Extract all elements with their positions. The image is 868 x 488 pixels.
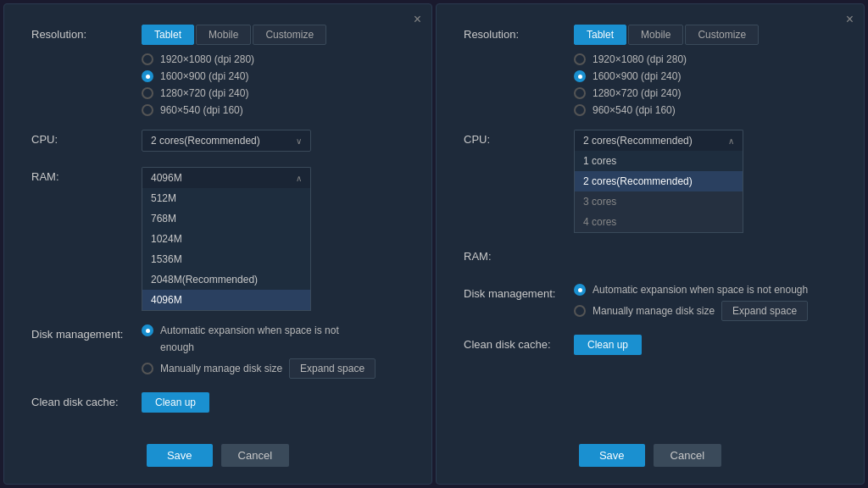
left-res-960[interactable]: 960×540 (dpi 160): [142, 104, 404, 116]
left-clean-content: Clean up: [142, 392, 404, 413]
left-ram-opt-512[interactable]: 512M: [142, 188, 310, 208]
left-resolution-row: Resolution: Tablet Mobile Customize 1920…: [31, 25, 404, 116]
right-resolution-label: Resolution:: [464, 25, 574, 41]
left-radio-1280: [142, 87, 153, 99]
left-cpu-select[interactable]: 2 cores(Recommended) ∨: [142, 130, 311, 152]
left-resolution-content: Tablet Mobile Customize 1920×1080 (dpi 2…: [142, 25, 404, 116]
left-radio-1920: [142, 53, 153, 65]
right-cancel-button[interactable]: Cancel: [654, 444, 721, 467]
left-radio-1600: [142, 70, 153, 82]
right-cpu-opt-3[interactable]: 3 cores: [575, 191, 743, 212]
right-disk-manual[interactable]: Manually manage disk size: [574, 305, 715, 317]
right-radio-960: [574, 104, 586, 116]
right-cpu-content: 2 cores(Recommended) ∧ 1 cores 2 cores(R…: [574, 130, 837, 233]
right-disk-manual-radio: [574, 305, 586, 317]
left-cpu-row: CPU: 2 cores(Recommended) ∨: [31, 130, 404, 153]
left-dialog: × Resolution: Tablet Mobile Customize 19…: [3, 3, 432, 485]
right-resolution-content: Tablet Mobile Customize 1920×1080 (dpi 2…: [574, 25, 837, 116]
left-disk-row: Disk management: Automatic expansion whe…: [31, 324, 404, 379]
left-radio-960: [142, 104, 153, 116]
left-disk-manual-row: Manually manage disk size Expand space: [142, 358, 404, 379]
right-tab-customize[interactable]: Customize: [685, 25, 759, 45]
right-tab-group: Tablet Mobile Customize: [574, 25, 837, 45]
right-close-button[interactable]: ×: [846, 13, 854, 26]
left-disk-auto[interactable]: Automatic expansion when space is not: [142, 324, 404, 336]
left-cleanup-button[interactable]: Clean up: [142, 392, 209, 413]
right-disk-auto-radio: [574, 284, 586, 296]
right-tab-tablet[interactable]: Tablet: [574, 25, 626, 45]
left-close-button[interactable]: ×: [414, 13, 421, 26]
right-radio-1280: [574, 87, 586, 99]
right-footer: Save Cancel: [464, 434, 837, 467]
right-cpu-opt-1[interactable]: 1 cores: [575, 151, 743, 171]
right-res-1600[interactable]: 1600×900 (dpi 240): [574, 70, 837, 82]
left-cpu-arrow-icon: ∨: [296, 136, 302, 146]
right-cpu-opt-4[interactable]: 4 cores: [575, 212, 743, 232]
right-res-1280[interactable]: 1280×720 (dpi 240): [574, 87, 837, 99]
right-save-button[interactable]: Save: [579, 444, 645, 467]
left-ram-content: 4096M ∧ 512M 768M 1024M 1536M 2048M(Reco…: [142, 167, 404, 311]
left-footer: Save Cancel: [31, 434, 404, 467]
right-cpu-select[interactable]: 2 cores(Recommended) ∧: [574, 130, 743, 151]
right-ram-label: RAM:: [464, 247, 574, 263]
right-cpu-arrow-icon: ∧: [728, 136, 734, 146]
left-tab-tablet[interactable]: Tablet: [142, 25, 194, 45]
right-res-960[interactable]: 960×540 (dpi 160): [574, 104, 837, 116]
right-clean-content: Clean up: [574, 335, 837, 355]
left-ram-arrow-icon: ∧: [296, 174, 302, 183]
right-dialog: × Resolution: Tablet Mobile Customize 19…: [436, 3, 865, 485]
right-tab-mobile[interactable]: Mobile: [628, 25, 683, 45]
left-clean-label: Clean disk cache:: [31, 392, 142, 408]
right-disk-label: Disk management:: [464, 284, 574, 300]
left-res-1600[interactable]: 1600×900 (dpi 240): [142, 70, 404, 82]
left-resolution-label: Resolution:: [31, 25, 142, 41]
right-disk-row: Disk management: Automatic expansion whe…: [464, 284, 837, 321]
right-cpu-label: CPU:: [464, 130, 574, 146]
left-ram-dropdown: 512M 768M 1024M 1536M 2048M(Recommended)…: [142, 188, 311, 311]
right-disk-auto[interactable]: Automatic expansion when space is not en…: [574, 284, 837, 296]
right-cpu-opt-2[interactable]: 2 cores(Recommended): [575, 171, 743, 191]
left-clean-row: Clean disk cache: Clean up: [31, 392, 404, 416]
left-ram-opt-768[interactable]: 768M: [142, 208, 310, 229]
right-resolution-row: Resolution: Tablet Mobile Customize 1920…: [464, 25, 837, 116]
left-tab-group: Tablet Mobile Customize: [142, 25, 404, 45]
right-radio-1600: [574, 70, 586, 82]
left-resolution-options: 1920×1080 (dpi 280) 1600×900 (dpi 240) 1…: [142, 53, 404, 116]
right-disk-content: Automatic expansion when space is not en…: [574, 284, 837, 321]
right-resolution-options: 1920×1080 (dpi 280) 1600×900 (dpi 240) 1…: [574, 53, 837, 116]
left-cpu-content: 2 cores(Recommended) ∨: [142, 130, 404, 152]
left-disk-content: Automatic expansion when space is not en…: [142, 324, 404, 379]
left-tab-mobile[interactable]: Mobile: [196, 25, 251, 45]
left-ram-select[interactable]: 4096M ∧: [142, 167, 311, 188]
right-ram-row: RAM:: [464, 247, 837, 270]
left-tab-customize[interactable]: Customize: [253, 25, 326, 45]
left-ram-opt-1536[interactable]: 1536M: [142, 249, 310, 269]
left-save-button[interactable]: Save: [147, 444, 213, 467]
left-cancel-button[interactable]: Cancel: [221, 444, 289, 467]
left-disk-manual-radio: [142, 363, 153, 374]
left-ram-opt-4096[interactable]: 4096M: [142, 290, 310, 310]
main-container: × Resolution: Tablet Mobile Customize 19…: [0, 0, 868, 488]
right-cpu-row: CPU: 2 cores(Recommended) ∧ 1 cores 2 co…: [464, 130, 837, 233]
left-cpu-label: CPU:: [31, 130, 142, 146]
right-cleanup-button[interactable]: Clean up: [574, 335, 642, 355]
left-res-1920[interactable]: 1920×1080 (dpi 280): [142, 53, 404, 65]
right-clean-label: Clean disk cache:: [464, 335, 574, 351]
right-radio-1920: [574, 53, 586, 65]
left-ram-label: RAM:: [31, 167, 142, 183]
right-res-1920[interactable]: 1920×1080 (dpi 280): [574, 53, 837, 65]
left-expand-button[interactable]: Expand space: [289, 358, 376, 379]
left-disk-label: Disk management:: [31, 324, 142, 341]
right-clean-row: Clean disk cache: Clean up: [464, 335, 837, 358]
left-ram-opt-1024[interactable]: 1024M: [142, 229, 310, 249]
left-ram-opt-2048[interactable]: 2048M(Recommended): [142, 269, 310, 290]
right-cpu-dropdown: 1 cores 2 cores(Recommended) 3 cores 4 c…: [574, 151, 743, 233]
right-expand-button[interactable]: Expand space: [721, 301, 808, 321]
left-res-1280[interactable]: 1280×720 (dpi 240): [142, 87, 404, 99]
left-ram-row: RAM: 4096M ∧ 512M 768M 1024M 1536M 2048M…: [31, 167, 404, 311]
right-disk-manual-row: Manually manage disk size Expand space: [574, 301, 837, 321]
left-disk-auto-radio: [142, 324, 153, 336]
left-disk-auto-line2: enough: [160, 341, 404, 353]
left-disk-manual[interactable]: Manually manage disk size: [142, 363, 282, 374]
